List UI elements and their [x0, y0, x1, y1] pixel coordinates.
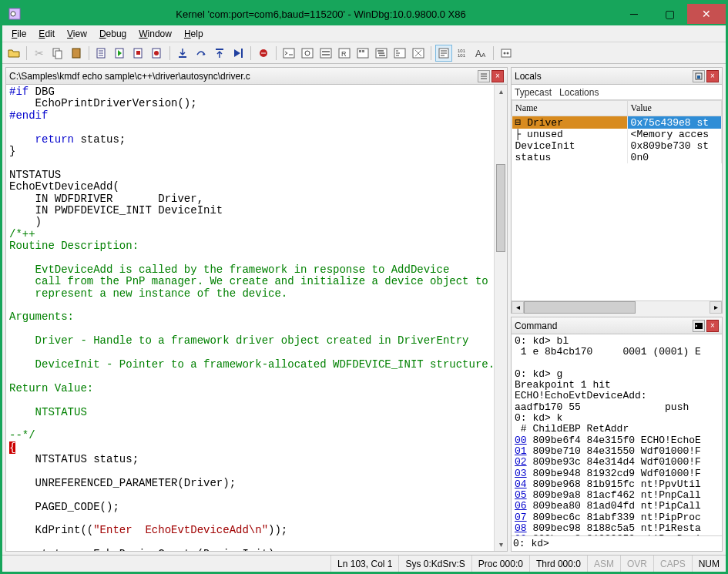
- locals-row[interactable]: ⊟ Driver0x75c439e8 st: [512, 116, 722, 129]
- svg-rect-20: [322, 54, 330, 55]
- scratch-window-icon[interactable]: [410, 45, 427, 62]
- source-scrollbar[interactable]: ▴ ▾: [494, 85, 507, 551]
- cut-icon[interactable]: ✂: [31, 45, 48, 62]
- command-title: Command: [515, 321, 693, 331]
- svg-rect-19: [322, 51, 330, 52]
- status-proc: Proc 000:0: [471, 556, 529, 572]
- svg-rect-25: [362, 50, 364, 52]
- main-area: C:\Samples\kmdf echo sample\c++\driver\a…: [2, 64, 726, 555]
- registers-window-icon[interactable]: R: [336, 45, 353, 62]
- binary-icon[interactable]: 101101: [454, 45, 471, 62]
- svg-rect-12: [216, 49, 223, 50]
- command-close-icon[interactable]: ×: [706, 320, 719, 332]
- svg-rect-11: [179, 56, 186, 58]
- svg-rect-23: [357, 49, 368, 58]
- callstack-window-icon[interactable]: [373, 45, 390, 62]
- paste-icon[interactable]: [68, 45, 85, 62]
- svg-rect-27: [377, 50, 384, 52]
- command-input-row: 0: kd>: [512, 535, 722, 551]
- svg-rect-41: [697, 76, 700, 79]
- svg-rect-3: [55, 51, 62, 59]
- menu-file[interactable]: File: [5, 27, 32, 41]
- source-path: C:\Samples\kmdf echo sample\c++\driver\a…: [9, 71, 478, 82]
- status-ovr: OVR: [620, 556, 653, 572]
- source-menu-icon[interactable]: [478, 70, 490, 82]
- svg-point-1: [11, 12, 15, 16]
- watch-window-icon[interactable]: [299, 45, 316, 62]
- minimize-button[interactable]: ─: [616, 4, 652, 24]
- svg-rect-24: [359, 50, 361, 52]
- svg-rect-29: [379, 55, 385, 56]
- locals-title: Locals: [515, 71, 693, 82]
- copy-icon[interactable]: [49, 45, 66, 62]
- status-asm: ASM: [587, 556, 620, 572]
- svg-rect-28: [378, 52, 384, 54]
- command-header[interactable]: Command ×: [512, 317, 722, 334]
- right-column: Locals × Typecast Locations Name Value: [511, 67, 723, 552]
- step-out-icon[interactable]: [211, 45, 228, 62]
- status-ln: Ln 103, Col 1: [330, 556, 398, 572]
- step-over-icon[interactable]: [193, 45, 210, 62]
- app-window: Kernel 'com:port=com6,baud=115200' - Win…: [0, 0, 728, 574]
- titlebar[interactable]: Kernel 'com:port=com6,baud=115200' - Win…: [2, 2, 726, 25]
- locals-row[interactable]: ├ unused<Memory acces: [512, 129, 722, 140]
- menu-window[interactable]: Window: [133, 27, 178, 41]
- locals-hscroll[interactable]: ◂ ▸: [512, 300, 722, 313]
- open-icon[interactable]: [5, 45, 22, 62]
- svg-rect-15: [283, 49, 294, 58]
- source-close-icon[interactable]: ×: [491, 70, 504, 82]
- tab-typecast[interactable]: Typecast: [515, 87, 552, 98]
- break-icon[interactable]: [149, 45, 166, 62]
- menu-view[interactable]: View: [61, 27, 93, 41]
- restart-icon[interactable]: [112, 45, 129, 62]
- status-sys: Sys 0:KdSrv:S: [398, 556, 471, 572]
- locals-row[interactable]: status0n0: [512, 152, 722, 163]
- svg-text:101: 101: [458, 53, 466, 58]
- svg-text:A: A: [481, 52, 486, 59]
- memory-window-icon[interactable]: [354, 45, 371, 62]
- command-input[interactable]: [552, 538, 720, 549]
- source-pane-header[interactable]: C:\Samples\kmdf echo sample\c++\driver\a…: [6, 68, 507, 85]
- options-icon[interactable]: [498, 45, 515, 62]
- menu-debug[interactable]: Debug: [93, 27, 133, 41]
- source-code[interactable]: #if DBG EchoPrintDriverVersion(); #endif…: [6, 85, 494, 551]
- maximize-button[interactable]: ▢: [652, 4, 687, 24]
- run-to-cursor-icon[interactable]: [230, 45, 247, 62]
- statusbar: Ln 103, Col 1 Sys 0:KdSrv:S Proc 000:0 T…: [2, 555, 726, 572]
- command-pane: Command × 0: kd> bl 1 e 8b4cb170 0001 (0…: [511, 317, 723, 552]
- svg-rect-37: [502, 49, 511, 57]
- stop-icon[interactable]: [130, 45, 147, 62]
- menu-help[interactable]: Help: [178, 27, 210, 41]
- scroll-right-icon: ▸: [710, 301, 722, 314]
- step-into-icon[interactable]: [174, 45, 191, 62]
- source-column: C:\Samples\kmdf echo sample\c++\driver\a…: [5, 67, 508, 552]
- close-button[interactable]: ✕: [687, 4, 726, 24]
- status-caps: CAPS: [653, 556, 692, 572]
- font-icon[interactable]: AA: [472, 45, 489, 62]
- locals-menu-icon[interactable]: [693, 70, 705, 82]
- svg-point-38: [504, 52, 506, 54]
- svg-rect-18: [320, 49, 331, 58]
- locals-col-value[interactable]: Value: [627, 101, 721, 116]
- command-menu-icon[interactable]: [693, 320, 705, 332]
- command-output[interactable]: 0: kd> bl 1 e 8b4cb170 0001 (0001) E 0: …: [512, 334, 722, 535]
- locals-header[interactable]: Locals ×: [512, 68, 722, 85]
- locals-close-icon[interactable]: ×: [706, 70, 719, 82]
- tab-locations[interactable]: Locations: [559, 87, 599, 98]
- locals-table[interactable]: Name Value ⊟ Driver0x75c439e8 st├ unused…: [512, 100, 722, 300]
- command-window-icon[interactable]: [280, 45, 297, 62]
- source-pane: C:\Samples\kmdf echo sample\c++\driver\a…: [5, 67, 508, 552]
- locals-window-icon[interactable]: [317, 45, 334, 62]
- menu-edit[interactable]: Edit: [32, 27, 61, 41]
- locals-col-name[interactable]: Name: [512, 101, 628, 116]
- toolbar: ✂ R 101101 AA: [2, 42, 726, 64]
- locals-row[interactable]: DeviceInit0x809be730 st: [512, 140, 722, 152]
- breakpoint-toggle-icon[interactable]: [255, 45, 272, 62]
- disasm-window-icon[interactable]: [391, 45, 408, 62]
- status-thrd: Thrd 000:0: [529, 556, 587, 572]
- go-icon[interactable]: [93, 45, 110, 62]
- source-mode-icon[interactable]: [435, 45, 452, 62]
- locals-tabs: Typecast Locations: [512, 85, 722, 100]
- scroll-left-icon: ◂: [512, 301, 524, 314]
- svg-rect-8: [136, 51, 140, 55]
